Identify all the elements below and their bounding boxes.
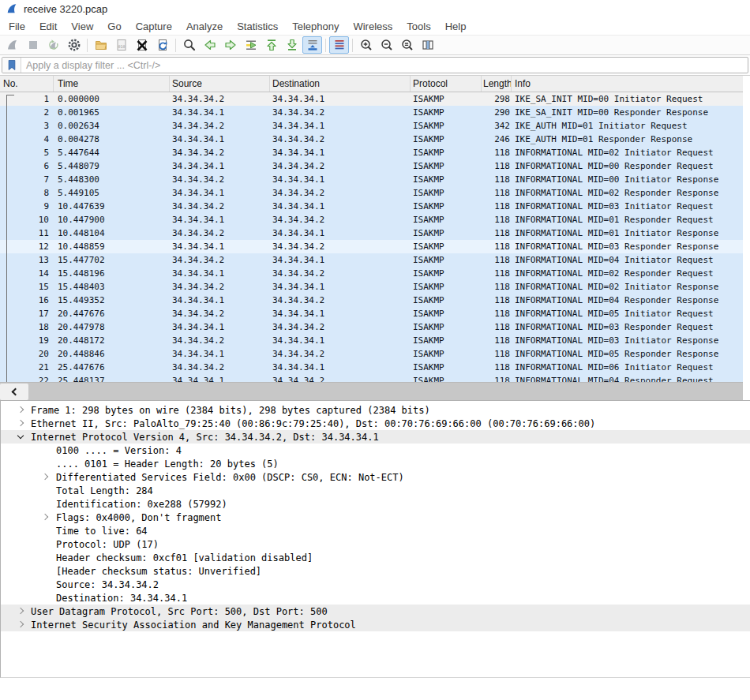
packet-row-15[interactable]: 1515.44840334.34.34.234.34.34.1ISAKMP118… <box>0 280 750 294</box>
menu-item-help[interactable]: Help <box>438 18 474 35</box>
menu-item-view[interactable]: View <box>64 18 100 35</box>
cell-info: IKE_SA_INIT MID=00 Responder Response <box>512 107 750 118</box>
column-header-protocol[interactable]: Protocol <box>411 76 482 92</box>
detail-row[interactable]: [Header checksum status: Unverified] <box>1 564 750 578</box>
cell-time: 0.002634 <box>54 121 170 131</box>
close-file-icon[interactable] <box>132 36 152 54</box>
menu-item-wireless[interactable]: Wireless <box>346 18 399 35</box>
toolbar-separator <box>325 39 326 52</box>
go-first-packet-icon[interactable] <box>261 36 281 54</box>
packet-row-6[interactable]: 65.44807934.34.34.134.34.34.2ISAKMP118IN… <box>0 159 750 173</box>
go-back-icon[interactable] <box>200 36 219 54</box>
packet-row-14[interactable]: 1415.44819634.34.34.134.34.34.2ISAKMP118… <box>0 267 750 280</box>
scroll-left-button[interactable] <box>0 384 28 400</box>
packet-row-20[interactable]: 2020.44884634.34.34.134.34.34.2ISAKMP118… <box>0 347 750 361</box>
packet-row-17[interactable]: 1720.44767634.34.34.234.34.34.1ISAKMP118… <box>0 307 750 320</box>
detail-row[interactable]: Destination: 34.34.34.1 <box>1 591 750 605</box>
menu-item-telephony[interactable]: Telephony <box>285 18 346 35</box>
start-capture-icon[interactable] <box>2 36 22 54</box>
packet-row-7[interactable]: 75.44830034.34.34.234.34.34.1ISAKMP118IN… <box>0 173 750 186</box>
cell-length: 118 <box>482 215 512 225</box>
menu-item-edit[interactable]: Edit <box>32 18 64 35</box>
packet-row-10[interactable]: 1010.44790034.34.34.134.34.34.2ISAKMP118… <box>0 213 750 226</box>
resize-columns-icon[interactable] <box>418 36 437 54</box>
detail-row[interactable]: Total Length: 284 <box>1 484 750 497</box>
go-last-packet-icon[interactable] <box>282 36 302 54</box>
packet-list-pane: No.TimeSourceDestinationProtocolLengthIn… <box>0 76 750 382</box>
detail-row[interactable]: Internet Protocol Version 4, Src: 34.34.… <box>1 430 750 444</box>
detail-text: User Datagram Protocol, Src Port: 500, D… <box>31 606 328 617</box>
column-header-time[interactable]: Time <box>54 76 170 92</box>
detail-row[interactable]: Source: 34.34.34.2 <box>1 578 750 591</box>
stop-capture-icon[interactable] <box>23 36 43 54</box>
restart-capture-icon[interactable] <box>43 36 63 54</box>
expand-icon[interactable] <box>42 514 48 520</box>
vertical-scrollbar[interactable] <box>743 76 750 382</box>
packet-row-21[interactable]: 2125.44767634.34.34.234.34.34.1ISAKMP118… <box>0 361 750 374</box>
go-to-packet-icon[interactable] <box>241 36 261 54</box>
detail-row[interactable]: Internet Security Association and Key Ma… <box>1 618 750 631</box>
auto-scroll-icon[interactable] <box>302 36 322 54</box>
cell-time: 15.448403 <box>54 282 170 292</box>
column-header-source[interactable]: Source <box>170 76 270 92</box>
packet-row-3[interactable]: 30.00263434.34.34.234.34.34.1ISAKMP342IK… <box>0 119 750 133</box>
expand-icon[interactable] <box>17 406 24 413</box>
packet-row-8[interactable]: 85.44910534.34.34.134.34.34.2ISAKMP118IN… <box>0 186 750 200</box>
column-header-destination[interactable]: Destination <box>270 76 411 92</box>
menu-item-statistics[interactable]: Statistics <box>230 18 285 35</box>
go-forward-icon[interactable] <box>220 36 240 54</box>
colorize-packets-icon[interactable] <box>329 36 349 54</box>
detail-row[interactable]: Identification: 0xe288 (57992) <box>1 497 750 511</box>
detail-row[interactable]: Protocol: UDP (17) <box>1 537 750 551</box>
display-filter-input[interactable]: Apply a display filter ... <Ctrl-/> <box>2 57 748 73</box>
packet-row-12[interactable]: 1210.44885934.34.34.134.34.34.2ISAKMP118… <box>0 240 750 253</box>
column-header-length[interactable]: Length <box>482 76 512 92</box>
zoom-reset-icon[interactable] <box>397 36 417 54</box>
detail-row[interactable]: 0100 .... = Version: 4 <box>1 444 750 457</box>
detail-row[interactable]: User Datagram Protocol, Src Port: 500, D… <box>1 605 750 618</box>
menu-item-go[interactable]: Go <box>100 18 128 35</box>
detail-row[interactable]: Header checksum: 0xcf01 [validation disa… <box>1 551 750 564</box>
detail-row[interactable]: Time to live: 64 <box>1 524 750 537</box>
collapse-icon[interactable] <box>17 432 24 439</box>
detail-row[interactable]: Flags: 0x4000, Don't fragment <box>1 511 750 524</box>
menu-item-analyze[interactable]: Analyze <box>179 18 230 35</box>
find-packet-icon[interactable] <box>179 36 199 54</box>
cell-time: 0.004278 <box>54 134 170 144</box>
capture-options-icon[interactable] <box>64 36 84 54</box>
detail-row[interactable]: Differentiated Services Field: 0x00 (DSC… <box>1 470 750 484</box>
expand-icon[interactable] <box>17 608 24 614</box>
save-file-icon[interactable]: 010 <box>111 36 131 54</box>
packet-row-1[interactable]: 10.00000034.34.34.234.34.34.1ISAKMP298IK… <box>0 92 750 106</box>
cell-length: 118 <box>482 161 512 171</box>
cell-time: 10.447639 <box>54 201 170 211</box>
packet-row-5[interactable]: 55.44764434.34.34.234.34.34.1ISAKMP118IN… <box>0 146 750 159</box>
packet-row-22[interactable]: 2225.44813734.34.34.134.34.34.2ISAKMP118… <box>0 374 750 382</box>
packet-row-4[interactable]: 40.00427834.34.34.134.34.34.2ISAKMP246IK… <box>0 133 750 146</box>
open-file-icon[interactable] <box>91 36 111 54</box>
detail-row[interactable]: Frame 1: 298 bytes on wire (2384 bits), … <box>1 403 750 417</box>
packet-row-16[interactable]: 1615.44935234.34.34.134.34.34.2ISAKMP118… <box>0 294 750 307</box>
packet-row-2[interactable]: 20.00196534.34.34.134.34.34.2ISAKMP290IK… <box>0 106 750 119</box>
column-header-no[interactable]: No. <box>0 76 54 92</box>
packet-row-13[interactable]: 1315.44770234.34.34.234.34.34.1ISAKMP118… <box>0 253 750 267</box>
cell-source: 34.34.34.1 <box>170 376 270 382</box>
detail-row[interactable]: .... 0101 = Header Length: 20 bytes (5) <box>1 457 750 470</box>
menu-item-file[interactable]: File <box>2 18 32 35</box>
packet-row-18[interactable]: 1820.44797834.34.34.134.34.34.2ISAKMP118… <box>0 320 750 334</box>
filter-bookmark-icon[interactable] <box>2 58 21 73</box>
packet-row-9[interactable]: 910.44763934.34.34.234.34.34.1ISAKMP118I… <box>0 200 750 213</box>
horizontal-scrollbar[interactable] <box>0 382 743 400</box>
expand-icon[interactable] <box>42 474 48 480</box>
menu-item-tools[interactable]: Tools <box>399 18 437 35</box>
expand-icon[interactable] <box>17 420 24 426</box>
reload-file-icon[interactable] <box>152 36 172 54</box>
packet-row-11[interactable]: 1110.44810434.34.34.234.34.34.1ISAKMP118… <box>0 226 750 240</box>
packet-row-19[interactable]: 1920.44817234.34.34.234.34.34.1ISAKMP118… <box>0 334 750 347</box>
expand-icon[interactable] <box>17 621 24 627</box>
detail-row[interactable]: Ethernet II, Src: PaloAlto_79:25:40 (00:… <box>1 417 750 430</box>
zoom-out-icon[interactable] <box>377 36 396 54</box>
column-header-info[interactable]: Info <box>512 76 750 92</box>
zoom-in-icon[interactable] <box>356 36 376 54</box>
menu-item-capture[interactable]: Capture <box>129 18 179 35</box>
